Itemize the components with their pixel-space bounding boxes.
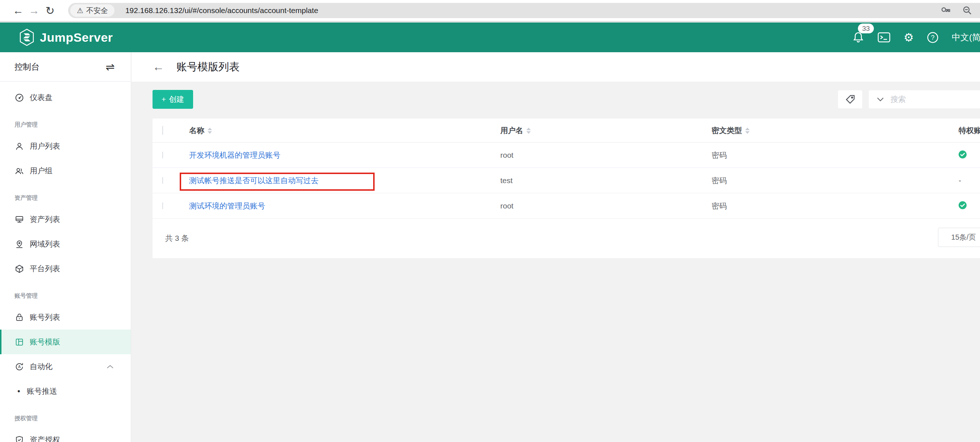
sidebar-item-label: 自动化	[30, 362, 52, 372]
template-name-link[interactable]: 测试帐号推送是否可以这里自动写过去	[189, 176, 318, 185]
privileged-empty-cell: -	[959, 176, 961, 185]
table-footer: 共 3 条 15条/页	[153, 219, 980, 258]
sidebar-section-asset-management: 资产管理	[0, 189, 131, 207]
security-label: 不安全	[86, 6, 108, 16]
gauge-icon	[14, 93, 24, 102]
column-header-name: 名称	[189, 126, 204, 134]
sidebar-item-user-list[interactable]: 用户列表	[0, 134, 131, 158]
sidebar: 控制台 ⇌ 仪表盘 用户管理 用户列表	[0, 52, 131, 442]
sidebar-item-label: 网域列表	[30, 239, 60, 249]
create-button-label: 创建	[169, 94, 184, 104]
total-count-label: 共 3 条	[165, 233, 189, 243]
privileged-check-icon	[959, 201, 967, 209]
column-header-secret-type: 密文类型	[711, 126, 742, 134]
sort-name-icon[interactable]	[208, 128, 212, 134]
page-body: + 创建 搜索	[132, 81, 980, 442]
language-selector[interactable]: 中文(简体)	[952, 32, 980, 43]
sidebar-item-label: 账号列表	[30, 312, 60, 322]
username-cell: root	[500, 151, 513, 159]
search-placeholder: 搜索	[891, 94, 906, 104]
zoom-out-icon[interactable]	[962, 5, 973, 16]
jumpserver-logo-icon	[19, 29, 35, 46]
sidebar-section-permission-management: 授权管理	[0, 409, 131, 428]
username-cell: test	[500, 176, 513, 185]
sidebar-item-asset-permission[interactable]: 资产授权	[0, 428, 131, 442]
jumpserver-logo[interactable]: JumpServer	[19, 29, 113, 46]
sidebar-section-account-management: 账号管理	[0, 287, 131, 305]
template-name-link[interactable]: 开发环境机器的管理员账号	[189, 151, 280, 159]
account-template-table: 名称 用户名 密文类型 特权账号 开发环境机器的管理员账号 root 密码	[153, 118, 980, 258]
sidebar-item-label: 用户列表	[30, 141, 60, 151]
sort-secret-type-icon[interactable]	[745, 128, 749, 134]
map-pin-icon	[14, 239, 24, 249]
sidebar-item-account-template[interactable]: 账号模版	[0, 330, 131, 354]
privileged-check-icon	[959, 150, 967, 158]
view-switch-icon[interactable]: ⇌	[106, 61, 115, 73]
sidebar-item-label: 用户组	[30, 166, 52, 176]
cube-icon	[14, 264, 24, 273]
sidebar-item-user-group[interactable]: 用户组	[0, 158, 131, 183]
sidebar-item-account-push[interactable]: • 账号推送	[0, 379, 131, 404]
bullet-icon: •	[18, 386, 20, 396]
table-header-row: 名称 用户名 密文类型 特权账号	[153, 118, 980, 142]
sidebar-item-platform-list[interactable]: 平台列表	[0, 256, 131, 281]
settings-gear-icon[interactable]: ⚙	[904, 32, 914, 43]
create-button[interactable]: + 创建	[153, 90, 193, 109]
sidebar-item-automation[interactable]: A 自动化	[0, 354, 131, 379]
lock-icon	[14, 313, 24, 322]
app-header: JumpServer 33 ⚙ ? 中文(简体)	[0, 22, 980, 52]
template-name-link[interactable]: 测试环境的管理员账号	[189, 202, 265, 210]
plus-icon: +	[162, 95, 166, 104]
user-icon	[14, 141, 24, 151]
sidebar-item-label: 账号推送	[27, 386, 57, 396]
tag-filter-button[interactable]	[838, 90, 862, 109]
row-checkbox[interactable]	[162, 177, 163, 184]
url-text[interactable]: 192.168.126.132/ui/#/console/accounts/ac…	[125, 6, 940, 15]
browser-back-icon[interactable]: ←	[10, 4, 26, 17]
username-cell: root	[500, 202, 513, 210]
sidebar-item-account-list[interactable]: 账号列表	[0, 305, 131, 330]
sort-username-icon[interactable]	[527, 128, 531, 134]
server-monitor-icon	[14, 215, 24, 224]
warning-icon: ⚠	[77, 6, 83, 15]
table-row: 测试环境的管理员账号 root 密码	[153, 193, 980, 219]
svg-text:A: A	[18, 365, 21, 369]
browser-reload-icon[interactable]: ↻	[42, 4, 58, 17]
sidebar-item-asset-list[interactable]: 资产列表	[0, 207, 131, 232]
tag-icon	[845, 94, 856, 105]
address-bar[interactable]: ⚠ 不安全 192.168.126.132/ui/#/console/accou…	[68, 3, 980, 18]
back-arrow-icon[interactable]: ←	[153, 60, 164, 73]
svg-text:?: ?	[931, 34, 935, 41]
help-icon[interactable]: ?	[927, 32, 939, 43]
sidebar-item-label: 仪表盘	[30, 93, 52, 103]
table-row: 测试帐号推送是否可以这里自动写过去 test 密码 -	[153, 168, 980, 193]
users-icon	[14, 166, 24, 176]
password-key-icon[interactable]	[940, 5, 951, 16]
page-title: 账号模版列表	[177, 60, 239, 74]
page-size-value: 15条/页	[951, 233, 976, 242]
console-view-title[interactable]: 控制台	[14, 61, 40, 72]
sidebar-item-label: 资产授权	[30, 435, 60, 442]
brand-name: JumpServer	[40, 30, 113, 45]
page-size-select[interactable]: 15条/页	[938, 228, 980, 247]
sidebar-item-domain-list[interactable]: 网域列表	[0, 232, 131, 256]
column-header-username: 用户名	[500, 126, 523, 134]
sidebar-item-dashboard[interactable]: 仪表盘	[0, 85, 131, 110]
notification-bell-icon[interactable]: 33	[852, 31, 864, 44]
select-all-checkbox[interactable]	[162, 126, 163, 135]
notification-count-badge: 33	[858, 24, 874, 34]
secret-type-cell: 密码	[711, 202, 727, 210]
row-checkbox[interactable]	[162, 202, 163, 209]
secret-type-cell: 密码	[711, 176, 727, 185]
table-row: 开发环境机器的管理员账号 root 密码	[153, 142, 980, 168]
row-checkbox[interactable]	[162, 152, 163, 158]
sidebar-section-user-management: 用户管理	[0, 116, 131, 134]
column-header-privileged: 特权账号	[959, 126, 980, 134]
browser-forward-icon[interactable]: →	[26, 4, 42, 17]
search-input[interactable]: 搜索	[869, 90, 980, 109]
chevron-down-icon[interactable]	[877, 97, 884, 102]
site-security-chip[interactable]: ⚠ 不安全	[70, 4, 115, 17]
sidebar-item-label: 账号模版	[30, 337, 60, 347]
web-terminal-icon[interactable]	[877, 31, 891, 43]
chevron-up-icon[interactable]	[106, 364, 114, 369]
